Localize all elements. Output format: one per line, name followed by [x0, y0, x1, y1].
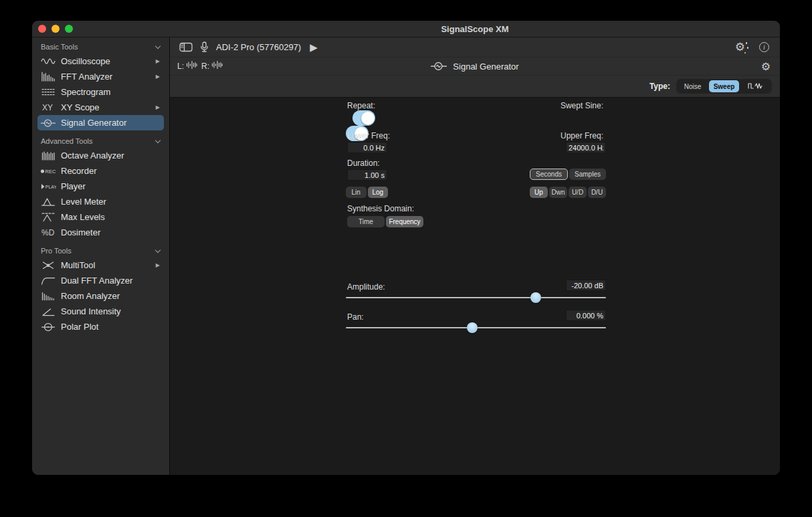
info-icon[interactable]: i: [759, 42, 769, 52]
sidebar-item-label: Room Analyzer: [61, 291, 120, 301]
traffic-lights: [38, 25, 170, 33]
lin-option[interactable]: Lin: [346, 187, 367, 198]
dwn-option[interactable]: Dwn: [549, 187, 567, 198]
svg-text:%D: %D: [41, 228, 55, 237]
sparkle-dot: [746, 42, 748, 44]
pan-slider[interactable]: [346, 322, 606, 333]
app-window: SignalScope XM Basic Tools Oscilloscope …: [31, 20, 781, 476]
square-sine-wave-icon: [748, 82, 764, 91]
lower-freq-input[interactable]: [347, 142, 387, 153]
sidebar-item-label: Recorder: [61, 166, 96, 176]
sidebar-item-level-meter[interactable]: Level Meter: [37, 194, 164, 209]
pan-label: Pan:: [347, 312, 364, 322]
samples-option[interactable]: Samples: [569, 169, 606, 180]
frequency-option[interactable]: Frequency: [386, 216, 423, 227]
sidebar-item-label: Oscilloscope: [61, 56, 110, 66]
up-option[interactable]: Up: [530, 187, 548, 198]
section-label: Pro Tools: [41, 247, 72, 255]
channel-toolbar: L: R: Signal Generator ⚙: [170, 58, 780, 76]
right-channel-label: R:: [201, 62, 209, 71]
amplitude-slider[interactable]: [346, 292, 606, 303]
sidebar-item-multitool[interactable]: MultiTool ▶: [37, 257, 164, 273]
svg-text:XY: XY: [42, 103, 53, 112]
sidebar-toggle-icon[interactable]: [179, 42, 193, 52]
ud-option[interactable]: U/D: [569, 187, 587, 198]
sidebar-item-dosimeter[interactable]: %D Dosimeter: [37, 225, 164, 240]
sidebar-item-label: Signal Generator: [61, 118, 126, 128]
right-channel-waveform-icon[interactable]: [211, 60, 223, 72]
generator-form: Repeat: Swept Sine: Lower Freq: Upper Fr…: [346, 98, 606, 476]
type-option-custom-wave[interactable]: [740, 80, 771, 92]
time-option[interactable]: Time: [347, 216, 385, 227]
window-title: SignalScope XM: [170, 24, 780, 34]
sidebar-item-sound-intensity[interactable]: Sound Intensity: [37, 304, 164, 319]
tool-settings-gear-icon[interactable]: ⚙: [761, 60, 771, 73]
dosimeter-icon: %D: [40, 227, 56, 237]
close-button[interactable]: [38, 25, 46, 33]
section-header-advanced-tools[interactable]: Advanced Tools: [32, 134, 169, 148]
sidebar-item-recorder[interactable]: REC Recorder: [37, 163, 164, 179]
sidebar-item-room-analyzer[interactable]: Room Analyzer: [37, 288, 164, 304]
type-option-sweep[interactable]: Sweep: [709, 80, 739, 92]
play-button[interactable]: ▶: [310, 42, 318, 52]
left-channel-waveform-icon[interactable]: [186, 60, 197, 72]
amplitude-input[interactable]: [566, 280, 606, 291]
seconds-option[interactable]: Seconds: [530, 169, 568, 180]
record-icon: REC: [40, 167, 56, 175]
sidebar-item-dual-fft-analyzer[interactable]: Dual FFT Analyzer: [37, 273, 164, 288]
repeat-toggle[interactable]: [352, 110, 375, 126]
type-row: Type: Noise Sweep: [170, 76, 780, 98]
lower-freq-label: Lower Freq:: [347, 131, 390, 140]
section-pro-tools: Pro Tools MultiTool ▶ Dual FFT Analyzer: [32, 244, 169, 334]
svg-text:REC: REC: [45, 169, 56, 175]
sidebar-item-label: Dosimeter: [61, 227, 100, 237]
max-levels-icon: [40, 212, 56, 222]
upper-freq-input[interactable]: [566, 142, 606, 153]
multitool-icon: [40, 260, 56, 270]
section-header-pro-tools[interactable]: Pro Tools: [32, 244, 169, 257]
tool-title-group: Signal Generator: [170, 60, 780, 72]
duration-input[interactable]: [347, 169, 387, 181]
section-label: Advanced Tools: [41, 137, 92, 145]
dual-fft-icon: [40, 276, 56, 286]
type-label: Type:: [649, 82, 670, 91]
sound-intensity-icon: [40, 306, 56, 316]
amplitude-slider-thumb[interactable]: [530, 292, 541, 303]
sidebar-item-xy-scope[interactable]: XY XY Scope ▶: [37, 100, 164, 115]
type-option-noise[interactable]: Noise: [678, 80, 708, 92]
repeat-label: Repeat:: [347, 101, 375, 110]
zoom-button[interactable]: [65, 25, 73, 33]
pan-slider-thumb[interactable]: [467, 322, 478, 333]
sidebar-item-label: Octave Analyzer: [61, 150, 124, 161]
device-name[interactable]: ADI-2 Pro (57760297): [216, 42, 301, 52]
titlebar: SignalScope XM: [32, 21, 780, 37]
sidebar-item-label: XY Scope: [61, 102, 100, 112]
sidebar-item-spectrogram[interactable]: Spectrogram: [37, 84, 164, 100]
sidebar-item-max-levels[interactable]: Max Levels: [37, 209, 164, 225]
spectrogram-icon: [40, 87, 56, 97]
sidebar-item-signal-generator[interactable]: Signal Generator: [37, 115, 164, 130]
microphone-icon[interactable]: [200, 41, 209, 53]
pan-input[interactable]: [566, 310, 606, 321]
submenu-arrow-icon: ▶: [156, 74, 160, 80]
submenu-arrow-icon: ▶: [156, 58, 160, 64]
sidebar-item-fft-analyzer[interactable]: FFT Analyzer ▶: [37, 69, 164, 84]
section-advanced-tools: Advanced Tools Octave Analyzer REC Recor…: [32, 134, 169, 240]
log-option[interactable]: Log: [368, 187, 389, 198]
swept-sine-label: Swept Sine:: [561, 101, 603, 110]
sidebar-item-label: Player: [61, 181, 86, 191]
processing-settings-icon[interactable]: ⚙: [735, 41, 745, 53]
generator-panel: Repeat: Swept Sine: Lower Freq: Upper Fr…: [170, 98, 780, 476]
sidebar-item-octave-analyzer[interactable]: Octave Analyzer: [37, 148, 164, 163]
sidebar-item-player[interactable]: PLAY Player: [37, 179, 164, 194]
sidebar-item-oscilloscope[interactable]: Oscilloscope ▶: [37, 54, 164, 69]
sidebar-item-polar-plot[interactable]: Polar Plot: [37, 319, 164, 334]
oscilloscope-icon: [40, 56, 56, 66]
sparkle-dot: [747, 47, 749, 49]
submenu-arrow-icon: ▶: [156, 262, 160, 268]
section-header-basic-tools[interactable]: Basic Tools: [32, 40, 169, 54]
du-option[interactable]: D/U: [588, 187, 606, 198]
type-segment: Noise Sweep: [676, 79, 772, 94]
minimize-button[interactable]: [52, 25, 60, 33]
tool-title: Signal Generator: [453, 62, 518, 72]
